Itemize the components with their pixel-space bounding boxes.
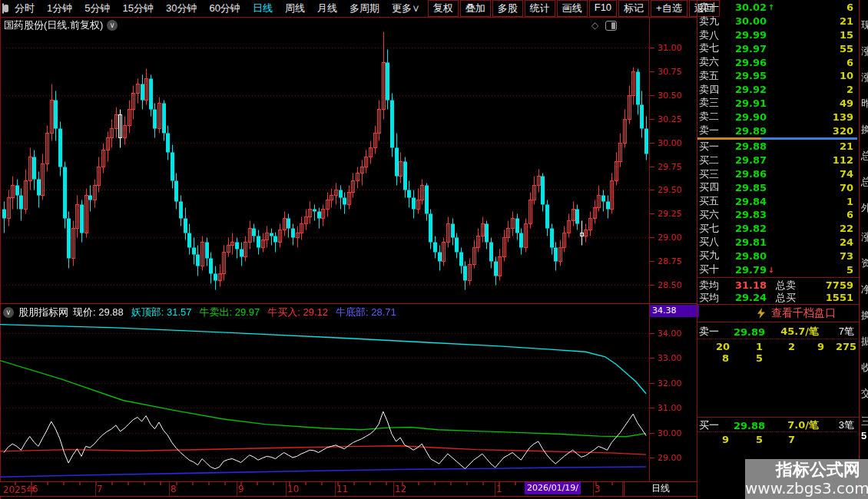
- buy-order-row[interactable]: 买一29.8821: [697, 140, 857, 154]
- time-label: 10: [287, 484, 299, 494]
- period-tab-60分钟[interactable]: 60分钟: [203, 2, 246, 15]
- indicator-value: 现价: 29.88: [73, 306, 124, 319]
- toolbar-button-画线[interactable]: 画线: [557, 0, 588, 17]
- period-tab-1分钟[interactable]: 1分钟: [41, 2, 78, 15]
- indicator-chart[interactable]: [0, 304, 649, 481]
- price-tick: 29.00: [658, 233, 682, 243]
- order-price: 29.79: [727, 264, 767, 276]
- price-tick: 29.25: [658, 209, 682, 219]
- buy-order-row[interactable]: 买五29.841: [697, 194, 857, 208]
- window-panel-icon[interactable]: [2, 3, 4, 14]
- period-tab-5分钟[interactable]: 5分钟: [78, 2, 116, 15]
- period-tab-30分钟[interactable]: 30分钟: [160, 2, 203, 15]
- title-chevron-down-icon[interactable]: ∨: [107, 20, 118, 31]
- indicator-name: 股朋指标网: [18, 306, 68, 319]
- buy-total-value: 1551: [807, 292, 857, 303]
- diamond-icon[interactable]: ◇: [591, 20, 598, 31]
- sell-total-value: 7759: [807, 279, 857, 291]
- toolbar-button-F10[interactable]: F10: [589, 0, 617, 17]
- sell-order-row[interactable]: 卖六29.966: [697, 55, 857, 69]
- clipped-label: 净: [861, 283, 868, 296]
- period-tab-15分钟[interactable]: 15分钟: [116, 2, 159, 15]
- price-tick-dash: [650, 48, 654, 48]
- sell-order-row[interactable]: 卖一29.89320: [697, 124, 857, 137]
- order-size: 275: [836, 341, 856, 352]
- sell-order-row[interactable]: 卖九30.0021: [697, 15, 857, 28]
- buy-avg-label: 买均: [697, 291, 727, 305]
- sell-order-row[interactable]: 卖七29.9755: [697, 41, 857, 55]
- toolbar-button-复权[interactable]: 复权: [428, 0, 459, 17]
- sell-order-row[interactable]: 卖八29.9915: [697, 28, 857, 42]
- order-size: 7: [788, 434, 795, 445]
- candlestick-chart[interactable]: [0, 17, 649, 303]
- order-volume: 112: [776, 154, 857, 166]
- order-level-label: 卖五: [697, 69, 727, 83]
- watermark-url: www.zbgs3.com: [745, 480, 860, 497]
- period-tab-周线[interactable]: 周线: [279, 2, 311, 15]
- depth-lookup-row[interactable]: 查看千档盘口: [697, 306, 857, 321]
- period-tab-多周期[interactable]: 多周期: [343, 2, 386, 15]
- period-tab-分时[interactable]: 分时: [8, 2, 41, 15]
- order-volume: 15: [776, 29, 857, 41]
- price-tick-dash: [650, 261, 654, 262]
- price-tick-dash: [650, 213, 654, 214]
- buy-order-row[interactable]: 买四29.8570: [697, 180, 857, 194]
- indicator-tick-dash: [650, 358, 654, 359]
- period-label[interactable]: 日线: [624, 482, 697, 496]
- toolbar-button-叠加[interactable]: 叠加: [460, 0, 491, 17]
- sell-order-row[interactable]: 卖二29.90139: [697, 110, 857, 124]
- toolbar-button-标记[interactable]: 标记: [618, 0, 649, 17]
- buy-order-row[interactable]: 买六29.836: [697, 208, 857, 222]
- month-divider: [335, 482, 336, 496]
- time-label: 6: [32, 484, 38, 494]
- toolbar-button-+自选[interactable]: +自选: [651, 0, 687, 17]
- buy-order-row[interactable]: 买三29.8674: [697, 167, 857, 181]
- buy-order-row[interactable]: 买八29.8124: [697, 236, 857, 250]
- depth-lookup-link[interactable]: 查看千档盘口: [771, 306, 836, 320]
- sell-avg-value: 31.18: [727, 279, 767, 291]
- period-tab-更多∨[interactable]: 更多∨: [386, 2, 426, 15]
- month-divider: [95, 482, 96, 496]
- price-tick-dash: [650, 237, 654, 238]
- toolbar-button-多股[interactable]: 多股: [492, 0, 523, 17]
- sell-order-row[interactable]: 卖五29.9510: [697, 69, 857, 83]
- price-tick-dash: [650, 143, 654, 144]
- clipped-label: 振: [861, 335, 868, 349]
- buy-order-row[interactable]: 买二29.87112: [697, 154, 857, 167]
- indicator-tick: 34.00: [658, 329, 682, 339]
- sell-order-row[interactable]: 卖十30.02↑6: [697, 1, 857, 15]
- buy1-dotted-divider: [697, 431, 857, 432]
- order-volume: 70: [776, 182, 857, 193]
- buy-average-row: 买均 29.24 总买 1551: [697, 291, 857, 304]
- time-label: 8: [171, 484, 177, 494]
- sell-order-row[interactable]: 卖三29.9149: [697, 97, 857, 111]
- order-volume: 73: [776, 250, 857, 262]
- buy-avg-value: 29.24: [727, 292, 767, 303]
- indicator-header: ∨ 股朋指标网 现价: 29.88妖顶部: 31.57牛卖出: 29.97牛买入…: [3, 306, 396, 319]
- buy-order-row[interactable]: 买十29.79↓5: [697, 263, 857, 276]
- sidebar-toggle-icon[interactable]: [605, 21, 617, 31]
- price-tick-dash: [650, 71, 654, 72]
- sell1-per-order: 45.7/笔: [765, 325, 819, 339]
- order-volume: 10: [776, 70, 857, 81]
- period-tab-月线[interactable]: 月线: [311, 2, 343, 15]
- order-level-label: 买十: [697, 263, 727, 276]
- sell-order-row[interactable]: 卖四29.922: [697, 83, 857, 97]
- watermark: 指标公式网 www.zbgs3.com: [745, 459, 868, 499]
- toolbar-button-统计[interactable]: 统计: [525, 0, 555, 17]
- indicator-tick: 31.00: [658, 403, 682, 413]
- order-size: 9: [722, 434, 729, 445]
- period-tab-日线[interactable]: 日线: [247, 2, 279, 15]
- clipped-label: 现: [861, 18, 868, 32]
- indicator-values: 现价: 29.88妖顶部: 31.57牛卖出: 29.97牛买入: 29.12牛…: [73, 306, 396, 319]
- price-tick: 30.75: [658, 67, 682, 77]
- indicator-chevron-icon[interactable]: ∨: [3, 307, 14, 318]
- order-volume: 74: [776, 168, 857, 180]
- buy-order-row[interactable]: 买九29.8073: [697, 249, 857, 263]
- order-volume: 5: [776, 264, 857, 276]
- order-level-label: 卖六: [697, 55, 727, 69]
- order-price: 30.00: [727, 15, 767, 27]
- buy-order-row[interactable]: 买七29.8222: [697, 222, 857, 236]
- order-level-label: 买七: [697, 222, 727, 236]
- order-price: 29.85: [727, 182, 767, 193]
